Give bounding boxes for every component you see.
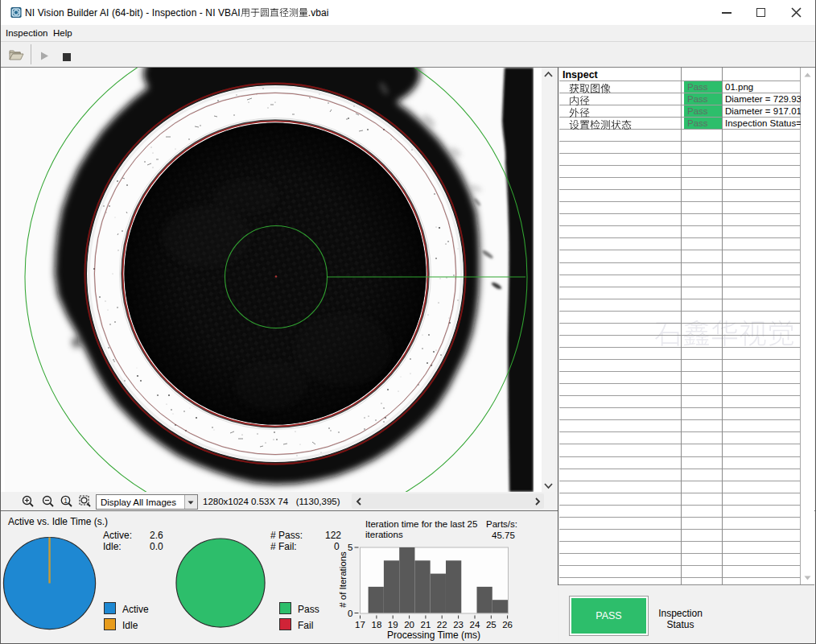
svg-text:18: 18: [372, 620, 382, 630]
svg-text:26: 26: [502, 620, 513, 630]
svg-text:Processing Time (ms): Processing Time (ms): [387, 630, 480, 641]
svg-text:19: 19: [388, 620, 398, 630]
svg-text:0: 0: [348, 609, 352, 618]
svg-text:25: 25: [486, 620, 497, 630]
svg-text:17: 17: [355, 620, 365, 630]
svg-text:24: 24: [470, 620, 480, 630]
svg-text:23: 23: [453, 620, 464, 630]
svg-text:21: 21: [421, 620, 431, 630]
svg-text:1: 1: [64, 497, 68, 505]
svg-text:5: 5: [348, 543, 352, 552]
svg-text:22: 22: [437, 620, 447, 630]
svg-text:20: 20: [404, 620, 414, 630]
